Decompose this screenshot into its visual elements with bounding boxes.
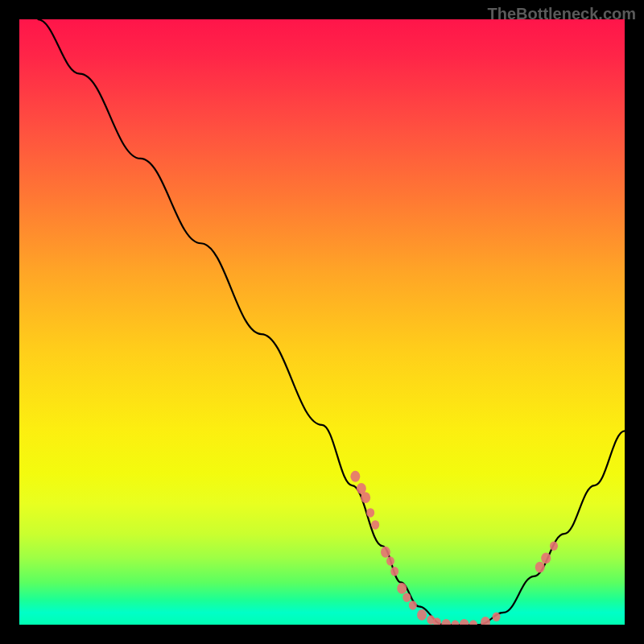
data-marker	[386, 556, 394, 566]
data-marker	[493, 612, 501, 621]
data-markers-group	[350, 471, 558, 625]
data-marker	[390, 567, 398, 576]
data-marker	[397, 583, 407, 594]
data-marker	[409, 601, 417, 610]
bottleneck-curve-line	[38, 19, 625, 625]
data-marker	[460, 619, 469, 625]
data-marker	[451, 620, 459, 625]
data-marker	[361, 492, 370, 503]
data-marker	[350, 471, 360, 482]
data-marker	[550, 541, 558, 551]
data-marker	[469, 620, 477, 625]
data-marker	[366, 508, 374, 518]
chart-area	[19, 19, 625, 625]
data-marker	[541, 552, 551, 564]
data-marker	[402, 592, 411, 602]
data-marker	[481, 617, 490, 625]
data-marker	[417, 609, 427, 621]
data-marker	[381, 547, 390, 558]
data-marker	[371, 520, 379, 530]
data-marker	[441, 619, 451, 625]
watermark-text: TheBottleneck.com	[488, 5, 636, 23]
chart-svg	[19, 19, 625, 625]
data-marker	[535, 562, 545, 573]
